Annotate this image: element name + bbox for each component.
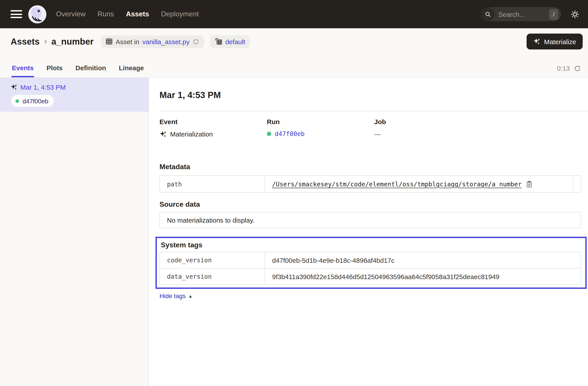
event-timestamp-row: Mar 1, 4:53 PM <box>11 83 141 91</box>
asset-tabs: Events Plots Definition Lineage <box>11 64 144 77</box>
tag-value: d47f00eb-5d1b-4e9e-b18c-4896af4bd17c <box>265 252 581 268</box>
asset-tabs-row: Events Plots Definition Lineage 0:13 <box>11 64 583 77</box>
top-nav-bar: Overview Runs Assets Deployment / <box>0 0 588 28</box>
source-data-heading: Source data <box>160 201 581 208</box>
asset-badge-prefix: Asset in <box>116 38 139 45</box>
search-shortcut-key: / <box>549 9 558 20</box>
nav-runs[interactable]: Runs <box>97 10 114 18</box>
materialize-button-label: Materialize <box>544 38 576 45</box>
run-column: Run d47f00eb <box>267 118 374 138</box>
sparkle-icon <box>533 38 541 45</box>
job-column-label: Job <box>374 118 581 125</box>
materialize-button[interactable]: Materialize <box>527 34 583 49</box>
system-tags-heading: System tags <box>161 241 581 249</box>
system-tags-table: code_version d47f00eb-5d1b-4e9e-b18c-489… <box>160 252 581 285</box>
nav-overview[interactable]: Overview <box>56 10 85 18</box>
table-grid-icon <box>105 38 113 45</box>
event-info-grid: Event Materialization Run d47f00eb <box>160 118 581 138</box>
topbar-right: / <box>481 7 583 21</box>
table-row: path /Users/smackesey/stm/code/elementl/… <box>160 176 581 192</box>
refresh-timer: 0:13 <box>557 64 570 72</box>
tab-events[interactable]: Events <box>11 64 34 77</box>
event-type-value: Materialization <box>170 130 213 138</box>
page-title: a_number <box>51 37 94 47</box>
breadcrumb-separator-icon: › <box>44 36 47 46</box>
event-column-label: Event <box>160 118 267 125</box>
global-search: / <box>481 7 561 21</box>
path-link[interactable]: /Users/smackesey/stm/code/elementl/oss/t… <box>272 181 522 187</box>
event-timestamp[interactable]: Mar 1, 4:53 PM <box>20 83 66 91</box>
tag-key: code_version <box>160 252 265 268</box>
event-list-item[interactable]: Mar 1, 4:53 PM d47f00eb <box>0 78 148 112</box>
gear-icon[interactable] <box>571 10 579 18</box>
run-id-pill[interactable]: d47f00eb <box>11 95 54 107</box>
tab-plots[interactable]: Plots <box>46 64 63 77</box>
event-detail-panel: Mar 1, 4:53 PM Event Materialization Run <box>149 78 588 386</box>
table-row: code_version d47f00eb-5d1b-4e9e-b18c-489… <box>160 252 581 268</box>
run-id-label: d47f00eb <box>22 97 48 104</box>
event-column: Event Materialization <box>160 118 267 138</box>
tag-value: 9f3b411a390fd22e158d446d5d12504963596aa6… <box>265 268 581 285</box>
breadcrumb: Assets › a_number Asset in vanilla_asset… <box>11 34 583 49</box>
run-status-dot <box>267 132 271 136</box>
job-value: — <box>374 130 581 138</box>
metadata-key: path <box>160 176 265 192</box>
app-window: Overview Runs Assets Deployment / Assets… <box>0 0 588 386</box>
job-column: Job — <box>374 118 581 138</box>
page-body: Mar 1, 4:53 PM d47f00eb Mar 1, 4:53 PM E… <box>0 78 588 386</box>
code-location-badge: default <box>210 35 250 48</box>
table-row: data_version 9f3b411a390fd22e158d446d5d1… <box>160 268 581 285</box>
tab-definition[interactable]: Definition <box>75 64 106 77</box>
materialization-sparkle-icon <box>11 84 17 91</box>
materialization-sparkle-icon <box>160 130 167 138</box>
event-detail-heading: Mar 1, 4:53 PM <box>160 90 581 100</box>
source-data-empty-state: No materializations to display. <box>160 212 581 228</box>
collapse-triangle-icon: ▲ <box>188 293 193 298</box>
code-location-link[interactable]: default <box>225 38 245 45</box>
hide-tags-label: Hide tags <box>160 292 186 299</box>
asset-definition-badge: Asset in vanilla_asset.py <box>101 35 204 48</box>
tab-lineage[interactable]: Lineage <box>118 64 144 77</box>
events-sidebar: Mar 1, 4:53 PM d47f00eb <box>0 78 149 386</box>
metadata-value-cell: /Users/smackesey/stm/code/elementl/oss/t… <box>265 176 573 192</box>
reload-definition-icon[interactable] <box>193 38 199 45</box>
breadcrumb-root[interactable]: Assets <box>11 37 40 47</box>
run-column-label: Run <box>267 118 374 125</box>
run-status-dot <box>16 99 19 103</box>
dagster-logo[interactable] <box>28 5 46 23</box>
metadata-heading: Metadata <box>160 163 581 171</box>
tag-key: data_version <box>160 268 265 285</box>
system-tags-highlight-box: System tags code_version d47f00eb-5d1b-4… <box>155 237 587 289</box>
search-icon <box>481 7 495 21</box>
nav-deployment[interactable]: Deployment <box>161 10 199 18</box>
refresh-icon[interactable] <box>574 65 581 72</box>
refresh-status: 0:13 <box>557 64 581 77</box>
asset-header: Assets › a_number Asset in vanilla_asset… <box>0 28 588 78</box>
asset-file-link[interactable]: vanilla_asset.py <box>142 38 189 45</box>
section-divider <box>160 111 588 111</box>
search-input[interactable] <box>495 10 549 18</box>
empty-message: No materializations to display. <box>167 216 254 224</box>
primary-nav: Overview Runs Assets Deployment <box>56 10 199 18</box>
hide-tags-link[interactable]: Hide tags ▲ <box>160 292 193 299</box>
hamburger-menu-icon[interactable] <box>11 10 22 18</box>
metadata-table: path /Users/smackesey/stm/code/elementl/… <box>160 175 581 193</box>
nav-assets[interactable]: Assets <box>126 10 149 18</box>
table-spacer-cell <box>573 176 581 192</box>
run-id-link[interactable]: d47f00eb <box>275 130 305 137</box>
copy-path-icon[interactable] <box>525 181 533 187</box>
code-location-icon <box>215 38 222 45</box>
